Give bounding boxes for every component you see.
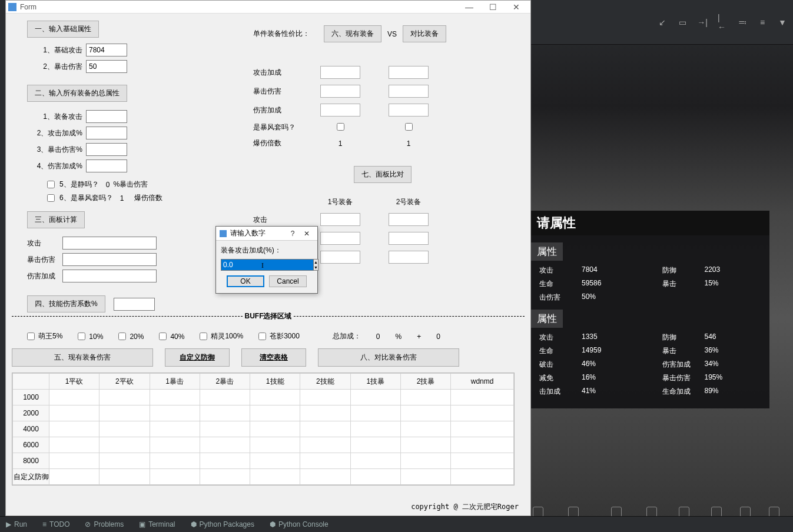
compare-equip-button[interactable]: 对比装备	[403, 25, 446, 42]
p7-atk-2[interactable]	[389, 213, 429, 226]
dmg-pct-input[interactable]	[86, 159, 127, 172]
storm-suffix: 爆伤倍数	[134, 193, 162, 203]
crit-pct-input[interactable]	[86, 143, 127, 156]
btn-custom-def[interactable]: 自定义防御	[165, 348, 230, 367]
buff-40[interactable]: 40%	[159, 332, 184, 341]
base-attack-input[interactable]	[86, 44, 127, 56]
section7-button[interactable]: 七、面板比对	[354, 166, 412, 183]
dialog-input[interactable]	[221, 259, 314, 271]
panel-atk-input[interactable]	[62, 237, 157, 250]
panel-dmg-input[interactable]	[62, 270, 157, 282]
buff-10[interactable]: 10%	[78, 332, 103, 341]
buff-cangying[interactable]: 苍影3000	[258, 331, 300, 341]
window-titlebar[interactable]: Form — ☐ ✕	[6, 1, 530, 14]
cmp-atk-1[interactable]	[320, 66, 360, 79]
crit-dmg-input[interactable]	[86, 60, 127, 73]
text-cursor-icon: I	[261, 261, 263, 270]
current-equip-button[interactable]: 六、现有装备	[324, 25, 381, 42]
dialog-title: 请输入数字	[230, 228, 286, 238]
game-stats-panel: 请属性 属性 攻击7804 防御2203 生命59586 暴击15% 击伤害50…	[531, 211, 769, 408]
cmp-mult-label: 爆伤倍数	[253, 138, 306, 148]
toolbar-icon[interactable]: ▭	[678, 18, 687, 27]
btn5-current-dmg[interactable]: 五、现有装备伤害	[12, 348, 153, 367]
close-button[interactable]: ✕	[505, 1, 528, 14]
p7-r2-2[interactable]	[389, 232, 429, 245]
static-val: 0	[106, 181, 110, 189]
app-icon	[8, 3, 16, 11]
toolbar-icon[interactable]: ≕	[738, 18, 747, 27]
cmp-dmg-1[interactable]	[320, 104, 360, 117]
cmp-storm-chk2[interactable]	[405, 123, 413, 131]
section2-button[interactable]: 二、输入所有装备的总属性	[27, 85, 127, 102]
panel-atk-label: 攻击	[27, 238, 62, 248]
input-dialog: 请输入数字 ? ✕ 装备攻击加成(%)： ▲ ▼ OK Cancel	[215, 226, 318, 294]
dialog-spinbox[interactable]: ▲ ▼	[221, 259, 313, 271]
buff-sum-label: 总加成：	[333, 331, 361, 341]
p7-r3-1[interactable]	[320, 251, 360, 264]
result-grid[interactable]: 1平砍2平砍1暴击 2暴击1技能2技能 1技暴2技暴wdnmd 1000 200…	[12, 373, 515, 486]
buff-20[interactable]: 20%	[118, 332, 144, 341]
is-storm-check[interactable]	[47, 194, 55, 202]
ide-terminal[interactable]: ▣ Terminal	[139, 520, 175, 528]
game-background: ↙ ▭ →| |← ≕ ≡ ▼ 请属性 属性 攻击7804 防御2203 生命5…	[531, 0, 793, 532]
atk-bonus-input[interactable]	[86, 127, 127, 139]
window-title: Form	[20, 3, 457, 11]
dialog-ok-button[interactable]: OK	[227, 275, 264, 287]
equip2-header: 2号装备	[389, 197, 429, 207]
section3-button[interactable]: 三、面板计算	[27, 211, 85, 228]
storm-val: 1	[120, 194, 124, 202]
equip-cmp-title: 单件装备性价比：	[253, 29, 312, 39]
dialog-icon	[220, 230, 227, 237]
section1-button[interactable]: 一、输入基础属性	[27, 21, 99, 38]
ide-pypkg[interactable]: ⬢ Python Packages	[191, 520, 254, 528]
buff-sum-v1: 0	[376, 332, 380, 341]
dialog-cancel-button[interactable]: Cancel	[269, 275, 307, 287]
static-suffix: %暴击伤害	[113, 179, 148, 189]
cmp-mult-1: 1	[320, 139, 360, 148]
toolbar-icon[interactable]: ↙	[658, 18, 667, 27]
copyright: copyright @ 二次元肥宅Roger	[411, 502, 519, 512]
is-static-check[interactable]	[47, 181, 55, 188]
buff-divider: BUFF选择区域	[12, 316, 525, 327]
section4-button[interactable]: 四、技能伤害系数%	[27, 295, 105, 312]
panel-crit-input[interactable]	[62, 253, 157, 266]
eq-atk-input[interactable]	[86, 110, 127, 123]
ide-toolbar: ↙ ▭ →| |← ≕ ≡ ▼	[531, 0, 793, 45]
cmp-storm-label: 是暴风套吗？	[253, 122, 306, 132]
cmp-storm-chk1[interactable]	[337, 123, 344, 131]
cmp-crit-1[interactable]	[320, 85, 360, 98]
skill-coef-input[interactable]	[114, 298, 155, 311]
p7-r3-2[interactable]	[389, 251, 429, 264]
buff-elf[interactable]: 精灵100%	[200, 331, 243, 341]
minimize-button[interactable]: —	[457, 1, 481, 14]
dialog-close-button[interactable]: ✕	[300, 230, 314, 238]
spin-down-icon[interactable]: ▼	[314, 265, 318, 270]
stats-grid-2: 攻击1335 防御546 生命14959 暴击36% 破击46% 伤害加成34%…	[531, 332, 769, 397]
is-storm-label: 6、是暴风套吗？	[59, 193, 113, 203]
btn-clear[interactable]: 清空表格	[241, 348, 306, 367]
toolbar-icon[interactable]: ≡	[758, 18, 767, 27]
ide-todo[interactable]: ≡ TODO	[42, 520, 69, 528]
ide-run[interactable]: ▶ Run	[6, 520, 27, 528]
cmp-dmg-2[interactable]	[389, 104, 429, 117]
ide-pycon[interactable]: ⬢ Python Console	[270, 520, 329, 528]
vs-label: VS	[387, 30, 397, 38]
spin-up-icon[interactable]: ▲	[314, 260, 318, 265]
dialog-help-button[interactable]: ?	[286, 230, 300, 238]
crit-dmg-label: 2、暴击伤害	[27, 62, 82, 72]
cmp-crit-2[interactable]	[389, 85, 429, 98]
toolbar-icon[interactable]: |←	[718, 18, 727, 27]
p7-atk-1[interactable]	[320, 213, 360, 226]
dialog-titlebar[interactable]: 请输入数字 ? ✕	[216, 227, 317, 241]
ide-problems[interactable]: ⊘ Problems	[85, 520, 124, 528]
toolbar-icon[interactable]: →|	[698, 18, 707, 27]
cmp-atk-2[interactable]	[389, 66, 429, 79]
buff-title: BUFF选择区域	[244, 312, 293, 320]
maximize-button[interactable]: ☐	[481, 1, 505, 14]
filter-icon[interactable]: ▼	[778, 18, 787, 27]
cmp-dmg-label: 伤害加成	[253, 105, 306, 115]
btn8-compare-dmg[interactable]: 八、对比装备伤害	[318, 348, 459, 367]
buff-mengwang[interactable]: 萌王5%	[27, 331, 62, 341]
cmp-mult-2: 1	[389, 139, 429, 148]
p7-r2-1[interactable]	[320, 232, 360, 245]
